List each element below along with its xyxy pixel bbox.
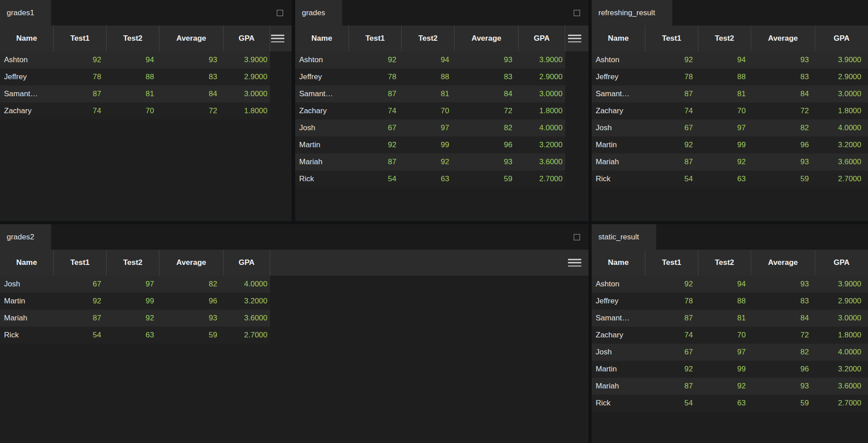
cell-name[interactable]: Jeffrey xyxy=(0,68,54,85)
cell-name[interactable]: Zachary xyxy=(592,102,645,119)
cell-name[interactable]: Josh xyxy=(0,276,54,293)
table-row[interactable]: Josh6797824.0000 xyxy=(592,344,868,361)
table-row[interactable]: Josh6797824.0000 xyxy=(592,119,868,136)
table-row[interactable]: Zachary7470721.8000 xyxy=(0,102,270,119)
cell-value[interactable]: 92 xyxy=(107,310,159,327)
cell-value[interactable]: 3.2000 xyxy=(223,293,270,310)
table-row[interactable]: Rick5463592.7000 xyxy=(0,327,270,344)
cell-value[interactable]: 59 xyxy=(455,170,519,187)
cell-value[interactable]: 72 xyxy=(455,102,519,119)
cell-value[interactable]: 88 xyxy=(698,293,751,310)
column-header-name[interactable]: Name xyxy=(0,26,54,51)
cell-value[interactable]: 96 xyxy=(159,293,223,310)
cell-value[interactable]: 97 xyxy=(698,119,751,136)
cell-name[interactable]: Mariah xyxy=(0,310,54,327)
tab-grades1[interactable]: grades1 xyxy=(0,0,51,26)
cell-value[interactable]: 99 xyxy=(402,136,455,153)
cell-value[interactable]: 99 xyxy=(698,136,751,153)
cell-name[interactable]: Jeffrey xyxy=(592,293,645,310)
cell-value[interactable]: 81 xyxy=(107,85,159,102)
cell-name[interactable]: Josh xyxy=(592,344,645,361)
tab-grades[interactable]: grades xyxy=(295,0,342,26)
cell-value[interactable]: 67 xyxy=(645,119,698,136)
table-row[interactable]: Zachary7470721.8000 xyxy=(592,102,868,119)
cell-name[interactable]: Jeffrey xyxy=(592,68,645,85)
cell-value[interactable]: 83 xyxy=(751,68,815,85)
cell-value[interactable]: 83 xyxy=(455,68,519,85)
cell-value[interactable]: 92 xyxy=(698,153,751,170)
cell-value[interactable]: 92 xyxy=(645,361,698,378)
table-row[interactable]: Martin9299963.2000 xyxy=(295,136,565,153)
cell-value[interactable]: 67 xyxy=(349,119,402,136)
column-header-name[interactable]: Name xyxy=(592,250,645,276)
cell-value[interactable]: 93 xyxy=(455,51,519,68)
column-header-name[interactable]: Name xyxy=(0,250,54,276)
cell-value[interactable]: 3.9000 xyxy=(815,51,868,68)
cell-value[interactable]: 74 xyxy=(349,102,402,119)
cell-value[interactable]: 92 xyxy=(698,378,751,395)
column-header-gpa[interactable]: GPA xyxy=(223,26,270,51)
table-row[interactable]: Martin9299963.2000 xyxy=(0,293,270,310)
cell-value[interactable]: 4.0000 xyxy=(815,344,868,361)
cell-name[interactable]: Samant… xyxy=(295,85,349,102)
column-header-test2[interactable]: Test2 xyxy=(107,26,159,51)
cell-value[interactable]: 93 xyxy=(159,310,223,327)
column-header-average[interactable]: Average xyxy=(751,250,815,276)
cell-name[interactable]: Zachary xyxy=(592,327,645,344)
cell-value[interactable]: 1.8000 xyxy=(815,102,868,119)
cell-value[interactable]: 83 xyxy=(751,293,815,310)
cell-value[interactable]: 54 xyxy=(54,327,107,344)
maximize-icon[interactable] xyxy=(574,10,580,16)
cell-value[interactable]: 70 xyxy=(402,102,455,119)
cell-value[interactable]: 92 xyxy=(645,51,698,68)
table-row[interactable]: Zachary7470721.8000 xyxy=(295,102,565,119)
cell-value[interactable]: 78 xyxy=(349,68,402,85)
cell-value[interactable]: 3.2000 xyxy=(815,361,868,378)
cell-value[interactable]: 3.6000 xyxy=(815,153,868,170)
cell-value[interactable]: 92 xyxy=(402,153,455,170)
cell-value[interactable]: 1.8000 xyxy=(519,102,565,119)
table-row[interactable]: Josh6797824.0000 xyxy=(295,119,565,136)
cell-name[interactable]: Ashton xyxy=(592,51,645,68)
cell-value[interactable]: 97 xyxy=(402,119,455,136)
cell-value[interactable]: 59 xyxy=(751,170,815,187)
cell-value[interactable]: 63 xyxy=(107,327,159,344)
table-row[interactable]: Josh6797824.0000 xyxy=(0,276,270,293)
column-header-name[interactable]: Name xyxy=(295,26,349,51)
table-row[interactable]: Mariah8792933.6000 xyxy=(592,153,868,170)
cell-value[interactable]: 96 xyxy=(751,361,815,378)
column-header-test1[interactable]: Test1 xyxy=(349,26,402,51)
cell-value[interactable]: 94 xyxy=(698,276,751,293)
table-row[interactable]: Samant…8781843.0000 xyxy=(592,310,868,327)
cell-value[interactable]: 54 xyxy=(349,170,402,187)
cell-name[interactable]: Ashton xyxy=(592,276,645,293)
cell-value[interactable]: 99 xyxy=(698,361,751,378)
cell-value[interactable]: 87 xyxy=(645,85,698,102)
cell-value[interactable]: 74 xyxy=(645,327,698,344)
table-row[interactable]: Ashton9294933.9000 xyxy=(592,276,868,293)
cell-value[interactable]: 67 xyxy=(645,344,698,361)
cell-value[interactable]: 2.7000 xyxy=(519,170,565,187)
cell-value[interactable]: 93 xyxy=(751,276,815,293)
cell-value[interactable]: 72 xyxy=(751,327,815,344)
cell-value[interactable]: 92 xyxy=(349,136,402,153)
column-header-test2[interactable]: Test2 xyxy=(107,250,159,276)
cell-value[interactable]: 97 xyxy=(698,344,751,361)
column-header-average[interactable]: Average xyxy=(751,26,815,51)
cell-value[interactable]: 4.0000 xyxy=(223,276,270,293)
tab-grades2[interactable]: grades2 xyxy=(0,224,51,250)
cell-value[interactable]: 1.8000 xyxy=(815,327,868,344)
cell-value[interactable]: 81 xyxy=(698,85,751,102)
maximize-icon[interactable] xyxy=(574,234,580,240)
cell-value[interactable]: 78 xyxy=(645,293,698,310)
table-menu-icon[interactable] xyxy=(568,259,581,267)
cell-value[interactable]: 81 xyxy=(698,310,751,327)
cell-value[interactable]: 74 xyxy=(54,102,107,119)
cell-value[interactable]: 70 xyxy=(698,327,751,344)
cell-value[interactable]: 54 xyxy=(645,395,698,412)
table-row[interactable]: Jeffrey7888832.9000 xyxy=(592,68,868,85)
cell-value[interactable]: 82 xyxy=(159,276,223,293)
cell-value[interactable]: 87 xyxy=(54,310,107,327)
cell-value[interactable]: 70 xyxy=(698,102,751,119)
cell-value[interactable]: 59 xyxy=(159,327,223,344)
